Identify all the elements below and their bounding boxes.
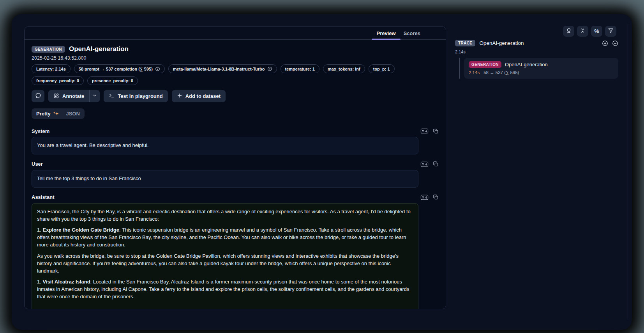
top-p-chip: top_p: 1 bbox=[369, 64, 395, 73]
markdown-toggle-icon[interactable] bbox=[420, 194, 429, 200]
system-label: System bbox=[32, 128, 49, 134]
assistant-paragraph: 1. Explore the Golden Gate Bridge: This … bbox=[37, 227, 413, 249]
generation-node-badge: GENERATION bbox=[469, 61, 501, 68]
sparkles-icon: ✦✦ bbox=[53, 111, 58, 117]
action-toolbar: Annotate Test in playground Add to datas… bbox=[32, 90, 439, 102]
assistant-content: San Francisco, the City by the Bay, is a… bbox=[37, 208, 413, 301]
plus-circle-icon[interactable] bbox=[267, 66, 272, 71]
copy-icon[interactable] bbox=[433, 128, 439, 134]
collapse-tree-button[interactable] bbox=[577, 26, 588, 37]
json-view-toggle[interactable]: JSON bbox=[62, 110, 83, 118]
test-in-playground-button[interactable]: Test in playground bbox=[104, 90, 168, 102]
user-message-box: Tell me the top 3 things to do in San Fr… bbox=[32, 170, 418, 188]
temperature-chip: temperature: 1 bbox=[281, 64, 319, 73]
info-icon[interactable] bbox=[155, 66, 160, 71]
user-section-header: User bbox=[32, 161, 439, 167]
latency-chip: Latency: 2.14s bbox=[32, 64, 71, 73]
annotate-dropdown-button[interactable] bbox=[89, 90, 100, 102]
percent-icon: % bbox=[594, 28, 599, 34]
filter-button[interactable] bbox=[605, 26, 616, 37]
markdown-toggle-icon[interactable] bbox=[420, 128, 429, 134]
copy-icon[interactable] bbox=[433, 194, 439, 200]
copy-icon[interactable] bbox=[433, 161, 439, 167]
comment-button[interactable] bbox=[32, 90, 44, 102]
generation-node-title: OpenAI-generation bbox=[505, 62, 548, 67]
annotate-split-button: Annotate bbox=[48, 90, 100, 102]
comment-icon bbox=[35, 92, 41, 100]
collapse-vertical-icon bbox=[580, 28, 586, 35]
tab-scores[interactable]: Scores bbox=[400, 27, 424, 39]
assistant-section-header: Assistant bbox=[32, 194, 439, 200]
trace-header-row[interactable]: TRACE OpenAI-generation bbox=[455, 40, 618, 46]
generation-type-badge: GENERATION bbox=[32, 46, 65, 53]
page-title: OpenAI-generation bbox=[69, 45, 129, 53]
plus-icon bbox=[177, 93, 182, 99]
add-to-dataset-button[interactable]: Add to dataset bbox=[172, 90, 226, 102]
trace-latency: 2.14s bbox=[455, 50, 466, 54]
chevron-down-icon bbox=[92, 93, 97, 99]
assistant-paragraph: 1. Visit Alcatraz Island: Located in the… bbox=[37, 278, 413, 301]
assistant-paragraph: San Francisco, the City by the Bay, is a… bbox=[37, 208, 413, 223]
pretty-view-toggle[interactable]: Pretty ✦✦ bbox=[33, 110, 62, 118]
token-usage-chip: 58 prompt → 537 completion (∑ 595) bbox=[74, 64, 165, 73]
model-chip[interactable]: meta-llama/Meta-Llama-3.1-8B-Instruct-Tu… bbox=[168, 64, 277, 73]
assistant-paragraph: As you walk across the bridge, be sure t… bbox=[37, 253, 413, 275]
collapse-node-icon[interactable] bbox=[612, 40, 618, 46]
assistant-message-box: San Francisco, the City by the Bay, is a… bbox=[32, 203, 418, 309]
trace-panel-actions: % bbox=[561, 26, 616, 37]
generation-node-latency: 2.14s bbox=[469, 70, 480, 75]
expand-node-icon[interactable] bbox=[602, 40, 608, 46]
tab-preview[interactable]: Preview bbox=[372, 27, 399, 39]
trace-title: OpenAI-generation bbox=[479, 40, 598, 46]
trace-tree: GENERATION OpenAI-generation 2.14s 58 → … bbox=[459, 58, 618, 79]
assistant-label: Assistant bbox=[32, 194, 55, 200]
frequency-penalty-chip: frequency_penalty: 0 bbox=[32, 76, 84, 85]
observation-content: GENERATION OpenAI-generation 2025-02-25 … bbox=[25, 40, 446, 309]
system-message-box: You are a travel agent. Be descriptive a… bbox=[32, 137, 418, 154]
annotate-button[interactable]: Annotate bbox=[48, 90, 89, 102]
system-section-header: System bbox=[32, 128, 439, 134]
generation-tree-node[interactable]: GENERATION OpenAI-generation 2.14s 58 → … bbox=[464, 58, 618, 79]
presence-penalty-chip: presence_penalty: 0 bbox=[87, 76, 138, 85]
toggle-metrics-button[interactable]: % bbox=[591, 26, 602, 37]
preview-tabbar: Preview Scores bbox=[25, 27, 446, 40]
scrollbar[interactable] bbox=[628, 24, 628, 320]
app-window: Preview Scores GENERATION OpenAI-generat… bbox=[12, 14, 632, 330]
markdown-toggle-icon[interactable] bbox=[420, 161, 429, 167]
view-toggle: Pretty ✦✦ JSON bbox=[32, 108, 85, 119]
user-label: User bbox=[32, 161, 43, 167]
max-tokens-chip: max_tokens: inf bbox=[323, 64, 365, 73]
metadata-chips: Latency: 2.14s 58 prompt → 537 completio… bbox=[32, 64, 406, 85]
observation-preview-panel: Preview Scores GENERATION OpenAI-generat… bbox=[24, 27, 446, 309]
start-timestamp: 2025-02-25 16:43:52.800 bbox=[32, 55, 439, 61]
edit-icon bbox=[53, 93, 59, 100]
scores-annotation-button[interactable] bbox=[563, 26, 574, 37]
generation-node-tokens: 58 → 537 (∑ 595) bbox=[483, 70, 519, 75]
medal-icon bbox=[566, 28, 572, 35]
terminal-icon bbox=[109, 93, 115, 100]
filter-icon bbox=[608, 28, 614, 35]
trace-type-badge: TRACE bbox=[455, 40, 475, 46]
